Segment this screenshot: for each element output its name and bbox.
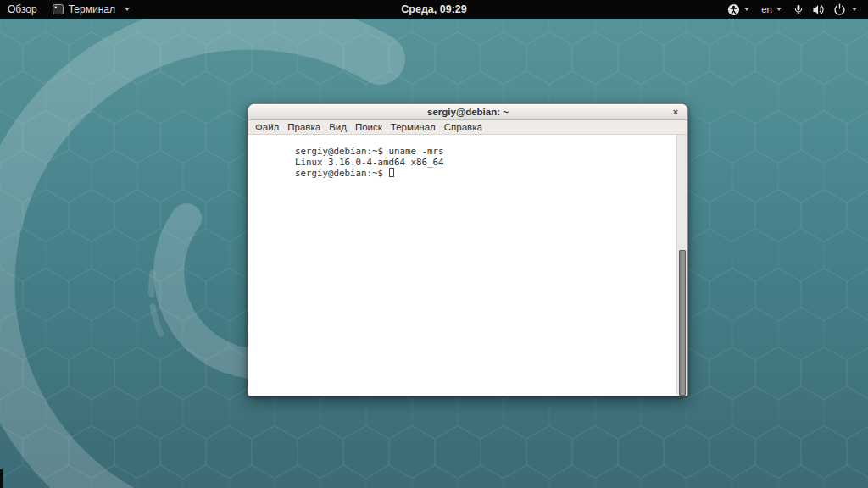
menu-view[interactable]: Вид <box>328 122 348 132</box>
chevron-down-icon <box>852 8 857 11</box>
menu-terminal[interactable]: Терминал <box>390 122 437 132</box>
terminal-view[interactable]: sergiy@debian:~$ uname -mrs Linux 3.16.0… <box>248 135 687 395</box>
menu-edit[interactable]: Правка <box>287 122 321 132</box>
app-menu-button[interactable]: Терминал <box>45 0 137 19</box>
input-source-button[interactable]: en <box>755 0 787 19</box>
microphone-icon <box>793 3 804 16</box>
menu-file[interactable]: Файл <box>254 122 280 132</box>
app-menu-label: Терминал <box>69 3 115 15</box>
menu-help[interactable]: Справка <box>443 122 483 132</box>
chevron-down-icon <box>776 8 782 11</box>
terminal-window: sergiy@debian: ~ × Файл Правка Вид Поиск… <box>248 103 688 396</box>
input-source-label: en <box>761 4 772 14</box>
close-button[interactable]: × <box>669 105 682 119</box>
menu-bar: Файл Правка Вид Поиск Терминал Справка <box>248 120 687 135</box>
accessibility-icon <box>727 3 740 16</box>
scrollbar-thumb[interactable] <box>679 250 686 396</box>
top-bar: Обзор Терминал Среда, 09:29 <box>0 0 868 19</box>
system-status-menu-button[interactable] <box>787 0 862 19</box>
titlebar[interactable]: sergiy@debian: ~ × <box>248 104 687 120</box>
chevron-down-icon <box>125 8 130 11</box>
clock-button[interactable]: Среда, 09:29 <box>393 0 474 19</box>
message-tray-corner <box>0 469 3 488</box>
menu-search[interactable]: Поиск <box>354 122 383 132</box>
power-icon <box>833 3 846 16</box>
terminal-app-icon <box>53 4 64 14</box>
chevron-down-icon <box>744 8 749 11</box>
window-title: sergiy@debian: ~ <box>427 107 509 117</box>
terminal-line: sergiy@debian:~$ uname -mrs <box>251 136 687 147</box>
accessibility-menu-button[interactable] <box>721 0 755 19</box>
volume-icon <box>812 3 826 16</box>
desktop: Обзор Терминал Среда, 09:29 <box>0 0 868 488</box>
activities-button[interactable]: Обзор <box>0 0 45 19</box>
terminal-cursor <box>389 168 395 177</box>
scrollbar[interactable] <box>676 135 687 395</box>
